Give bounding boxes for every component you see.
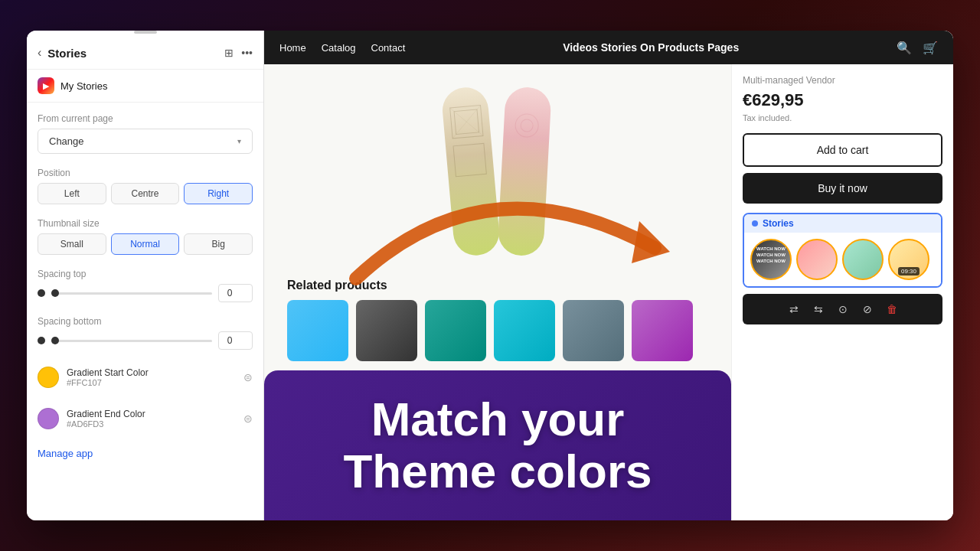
cart-icon[interactable]: 🛒: [923, 41, 938, 55]
story-thumb-4[interactable]: 09:30: [888, 239, 929, 280]
spacing-top-dot: [38, 289, 45, 297]
nav-contact[interactable]: Contact: [371, 42, 406, 54]
spacing-bottom-input[interactable]: [218, 331, 253, 350]
gradient-start-stack-icon[interactable]: ⊜: [243, 371, 253, 383]
spacing-top-row: [38, 284, 253, 302]
from-current-page-section: From current page Change ▾: [38, 113, 253, 154]
position-section: Position Left Centre Right: [38, 168, 253, 204]
chevron-down-icon: ▾: [237, 137, 241, 145]
buy-now-button[interactable]: Buy it now: [743, 173, 942, 204]
toolbar-button-1[interactable]: ⇄: [783, 298, 805, 320]
toolbar-button-4[interactable]: ⊘: [857, 298, 878, 320]
store-header: Home Catalog Contact Videos Stories On P…: [264, 31, 953, 64]
position-group: Left Centre Right: [38, 183, 253, 204]
gradient-end-row: Gradient End Color #AD6FD3 ⊜: [38, 405, 253, 432]
toolbar-button-2[interactable]: ⇆: [808, 298, 829, 320]
size-big-button[interactable]: Big: [184, 233, 253, 255]
back-button[interactable]: ‹: [38, 46, 41, 60]
add-to-cart-button[interactable]: Add to cart: [743, 133, 942, 167]
related-products-grid: [287, 300, 708, 361]
snowboard-left: [441, 86, 501, 257]
snowboard-right-pattern: [504, 102, 547, 195]
stories-tab-label: Stories: [763, 218, 794, 229]
snowboard-right: [497, 86, 551, 257]
thumbnail-size-section: Thumbnail size Small Normal Big: [38, 218, 253, 255]
toolbar-delete-button[interactable]: 🗑: [881, 298, 903, 320]
spacing-bottom-row: [38, 331, 253, 350]
overlay-banner: Match your Theme colors: [264, 370, 731, 520]
snowboard-container: [272, 72, 724, 271]
sidebar-header-right: ⊞ •••: [224, 47, 253, 59]
spacing-top-track[interactable]: [51, 292, 212, 295]
overlay-line2: Theme colors: [343, 445, 652, 497]
spacing-top-section: Spacing top: [38, 269, 253, 302]
spacing-top-thumb[interactable]: [51, 289, 59, 297]
gradient-start-swatch[interactable]: [38, 367, 59, 388]
stories-row: WATCH NOWWATCH NOWWATCH NOW 09:30: [744, 233, 941, 286]
spacing-bottom-track[interactable]: [51, 340, 212, 342]
spacing-bottom-label: Spacing bottom: [38, 316, 253, 327]
gradient-start-row: Gradient Start Color #FFC107 ⊜: [38, 364, 253, 391]
toolbar-button-3[interactable]: ⊙: [832, 298, 854, 320]
vendor-name: Multi-managed Vendor: [743, 75, 942, 86]
gradient-start-section: Gradient Start Color #FFC107 ⊜: [38, 364, 253, 391]
manage-app-link[interactable]: Manage app: [38, 448, 93, 459]
preview-area: Home Catalog Contact Videos Stories On P…: [264, 31, 953, 520]
gradient-end-section: Gradient End Color #AD6FD3 ⊜: [38, 405, 253, 432]
svg-marker-7: [632, 221, 670, 263]
position-centre-button[interactable]: Centre: [111, 183, 180, 204]
related-item-4[interactable]: [494, 300, 555, 361]
search-icon[interactable]: 🔍: [897, 41, 912, 55]
change-button[interactable]: Change ▾: [38, 129, 253, 154]
spacing-top-label: Spacing top: [38, 269, 253, 279]
overlay-line1: Match your: [371, 393, 625, 445]
related-products-section: Related products: [272, 271, 724, 369]
related-products-title: Related products: [287, 279, 708, 292]
store-title: Videos Stories On Products Pages: [563, 41, 739, 54]
app-window: ‹ Stories ⊞ ••• ▶ My Stories From curren…: [27, 31, 953, 520]
size-small-button[interactable]: Small: [38, 233, 106, 255]
my-stories-label: My Stories: [60, 80, 107, 92]
gradient-end-stack-icon[interactable]: ⊜: [243, 412, 253, 425]
spacing-bottom-thumb[interactable]: [51, 337, 59, 344]
nav-home[interactable]: Home: [279, 42, 306, 54]
related-item-1[interactable]: [287, 300, 348, 361]
related-item-3[interactable]: [425, 300, 486, 361]
related-item-5[interactable]: [563, 300, 624, 361]
gradient-start-label: Gradient Start Color: [67, 367, 236, 378]
story-thumb-3[interactable]: [842, 239, 884, 280]
gradient-end-swatch[interactable]: [38, 408, 59, 429]
from-current-page-label: From current page: [38, 113, 253, 124]
nav-catalog[interactable]: Catalog: [322, 42, 356, 54]
related-item-2[interactable]: [356, 300, 417, 361]
story-thumb-1[interactable]: WATCH NOWWATCH NOWWATCH NOW: [750, 239, 792, 280]
scroll-indicator: [134, 31, 157, 34]
sidebar-title: Stories: [47, 47, 87, 60]
position-left-button[interactable]: Left: [38, 183, 106, 204]
store-body: Related products Match your Theme col: [264, 64, 953, 520]
size-group: Small Normal Big: [38, 233, 253, 255]
stories-widget: Stories WATCH NOWWATCH NOWWATCH NOW: [743, 213, 942, 288]
grid-icon[interactable]: ⊞: [224, 47, 234, 59]
change-button-label: Change: [49, 135, 84, 147]
spacing-bottom-dot: [38, 337, 45, 344]
store-actions: 🔍 🛒: [897, 41, 938, 55]
sidebar-header-left: ‹ Stories: [38, 46, 87, 60]
overlay-text: Match your Theme colors: [295, 393, 701, 497]
tax-note: Tax included.: [743, 113, 942, 122]
size-normal-button[interactable]: Normal: [111, 233, 180, 255]
gradient-end-info: Gradient End Color #AD6FD3: [67, 409, 236, 429]
position-right-button[interactable]: Right: [184, 183, 253, 204]
watch-now-text-1: WATCH NOWWATCH NOWWATCH NOW: [752, 240, 790, 264]
more-options-icon[interactable]: •••: [241, 47, 253, 59]
store-nav: Home Catalog Contact: [279, 42, 405, 54]
related-item-6[interactable]: [632, 300, 693, 361]
story-thumb-2[interactable]: [796, 239, 838, 280]
snowboard-left-pattern: [446, 101, 492, 196]
story-timer-4: 09:30: [898, 267, 920, 276]
spacing-top-input[interactable]: [218, 284, 253, 302]
stories-tab: Stories: [744, 214, 941, 233]
svg-point-5: [514, 113, 539, 138]
my-stories-row[interactable]: ▶ My Stories: [27, 70, 263, 103]
spacing-bottom-section: Spacing bottom: [38, 316, 253, 350]
